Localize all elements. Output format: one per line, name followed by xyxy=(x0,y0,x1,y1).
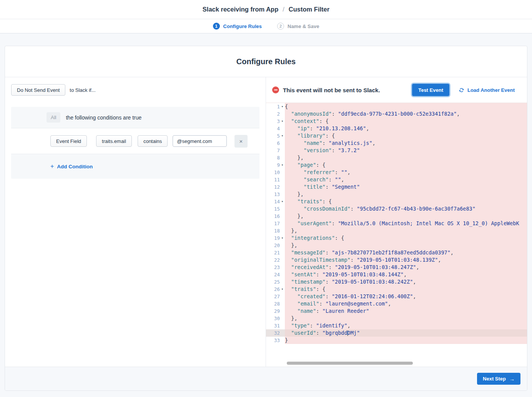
editor-line[interactable]: 11▾ "search": "", xyxy=(266,176,527,183)
line-number: 28 xyxy=(274,301,280,307)
line-number: 20 xyxy=(274,243,280,248)
plus-icon: + xyxy=(50,163,54,170)
line-number: 2 xyxy=(277,111,280,117)
fold-toggle-icon[interactable]: ▾ xyxy=(280,103,285,110)
breadcrumb-current: Custom Filter xyxy=(289,6,329,13)
editor-line[interactable]: 12▾ "title": "Segment" xyxy=(266,183,527,191)
code-text: }, xyxy=(285,213,527,220)
rules-panel: Do Not Send Event to Slack if... All the… xyxy=(5,77,266,367)
add-condition-label: Add Condition xyxy=(57,164,93,169)
editor-line[interactable]: 26▾ "traits": { xyxy=(266,286,527,293)
editor-line[interactable]: 21▾ "messageId": "ajs-7b8270771eb2f1f8a8… xyxy=(266,249,527,256)
editor-line[interactable]: 9▾ "page": { xyxy=(266,161,527,169)
code-text: "title": "Segment" xyxy=(285,183,527,191)
step-2-badge: 2 xyxy=(277,23,284,30)
code-text: "receivedAt": "2019-05-10T01:03:48.247Z"… xyxy=(285,264,527,271)
fold-toggle-icon[interactable]: ▾ xyxy=(280,286,285,293)
value-input[interactable] xyxy=(173,135,227,147)
code-text: }, xyxy=(285,154,527,161)
editor-line[interactable]: 22▾ "originalTimestamp": "2019-05-10T01:… xyxy=(266,256,527,264)
editor-line[interactable]: 3▾ "context": { xyxy=(266,118,527,125)
line-number: 19 xyxy=(274,235,280,241)
editor-line[interactable]: 23▾ "receivedAt": "2019-05-10T01:03:48.2… xyxy=(266,264,527,271)
code-text: "sentAt": "2019-05-10T01:03:48.144Z", xyxy=(285,271,527,278)
fold-toggle-icon[interactable]: ▾ xyxy=(280,234,285,242)
operator-button[interactable]: contains xyxy=(138,135,168,147)
editor-line[interactable]: 6▾ "name": "analytics.js", xyxy=(266,140,527,147)
editor-line[interactable]: 20▾ }, xyxy=(266,242,527,249)
field-path-button[interactable]: traits.email xyxy=(96,135,132,147)
editor-line[interactable]: 2▾ "anonymousId": "ddf9ecda-977b-4231-b0… xyxy=(266,110,527,118)
add-condition-link[interactable]: + Add Condition xyxy=(50,163,93,170)
editor-gutter: 5▾ xyxy=(266,132,285,140)
code-text: "originalTimestamp": "2019-05-10T01:03:4… xyxy=(285,256,527,264)
editor-line[interactable]: 8▾ }, xyxy=(266,154,527,161)
editor-line[interactable]: 13▾ }, xyxy=(266,191,527,198)
editor-gutter: 19▾ xyxy=(266,234,285,242)
editor-line[interactable]: 30▾ }, xyxy=(266,315,527,322)
line-number: 14 xyxy=(274,199,280,204)
code-text: "context": { xyxy=(285,118,527,125)
test-event-button[interactable]: Test Event xyxy=(412,84,449,96)
editor-line[interactable]: 17▾ "userAgent": "Mozilla/5.0 (Macintosh… xyxy=(266,220,527,227)
editor-line[interactable]: 19▾ "integrations": { xyxy=(266,234,527,242)
editor-line[interactable]: 33▾} xyxy=(266,337,527,344)
editor-gutter: 15▾ xyxy=(266,205,285,213)
step-name-save[interactable]: 2 Name & Save xyxy=(277,23,319,30)
field-type-button[interactable]: Event Field xyxy=(50,135,87,147)
line-number: 32 xyxy=(274,330,280,336)
editor-line[interactable]: 16▾ }, xyxy=(266,213,527,220)
remove-condition-button[interactable]: × xyxy=(234,135,248,148)
arrow-right-icon: → xyxy=(509,376,515,382)
operator-chip[interactable]: All xyxy=(47,112,60,123)
breadcrumb: Slack receiving from App / Custom Filter xyxy=(203,6,329,13)
editor-line[interactable]: 25▾ "timestamp": "2019-05-10T01:03:48.24… xyxy=(266,278,527,286)
card-header: Configure Rules xyxy=(5,46,527,77)
json-editor[interactable]: 1▾{2▾ "anonymousId": "ddf9ecda-977b-4231… xyxy=(266,103,527,367)
event-preview-panel: This event will not be sent to Slack. Te… xyxy=(266,77,527,367)
editor-line[interactable]: 1▾{ xyxy=(266,103,527,110)
editor-line[interactable]: 18▾ }, xyxy=(266,227,527,234)
code-text: "name": "Lauren Reeder" xyxy=(285,307,527,315)
step-configure-rules[interactable]: 1 Configure Rules xyxy=(213,23,262,30)
code-text: "userId": "bgrqbddDMj" xyxy=(285,329,527,337)
action-selector-button[interactable]: Do Not Send Event xyxy=(11,84,65,96)
editor-gutter: 31▾ xyxy=(266,322,285,329)
editor-line[interactable]: 32▾ "userId": "bgrqbddDMj" xyxy=(266,329,527,337)
editor-line[interactable]: 5▾ "library": { xyxy=(266,132,527,140)
editor-line[interactable]: 24▾ "sentAt": "2019-05-10T01:03:48.144Z"… xyxy=(266,271,527,278)
code-text: }, xyxy=(285,242,527,249)
editor-line[interactable]: 10▾ "referrer": "", xyxy=(266,169,527,176)
code-text: { xyxy=(285,103,527,110)
fold-toggle-icon[interactable]: ▾ xyxy=(280,198,285,205)
horizontal-scrollbar-thumb[interactable] xyxy=(287,362,413,365)
editor-gutter: 24▾ xyxy=(266,271,285,278)
next-step-label: Next Step xyxy=(483,376,506,382)
fold-toggle-icon[interactable]: ▾ xyxy=(280,118,285,125)
card-footer: Next Step → xyxy=(5,367,527,390)
editor-gutter: 18▾ xyxy=(266,227,285,234)
editor-line[interactable]: 29▾ "name": "Lauren Reeder" xyxy=(266,307,527,315)
code-text: "traits": { xyxy=(285,198,527,205)
fold-toggle-icon[interactable]: ▾ xyxy=(280,161,285,169)
load-another-event-link[interactable]: Load Another Event xyxy=(459,87,515,93)
editor-line[interactable]: 7▾ "version": "3.7.2" xyxy=(266,147,527,154)
code-text: "page": { xyxy=(285,161,527,169)
editor-line[interactable]: 31▾ "type": "identify", xyxy=(266,322,527,329)
next-step-button[interactable]: Next Step → xyxy=(477,373,520,385)
group-description: the following conditions are true xyxy=(66,115,141,121)
editor-line[interactable]: 28▾ "email": "lauren@segment.com", xyxy=(266,300,527,307)
breadcrumb-source-link[interactable]: Slack receiving from App xyxy=(203,6,278,13)
editor-line[interactable]: 27▾ "created": "2016-01-12T02:24:06.400Z… xyxy=(266,293,527,300)
editor-line[interactable]: 15▾ "crossDomainId": "95cbdd72-fc67-4b43… xyxy=(266,205,527,213)
editor-line[interactable]: 4▾ "ip": "210.13.208.146", xyxy=(266,125,527,132)
fold-toggle-icon[interactable]: ▾ xyxy=(280,132,285,140)
code-text: "integrations": { xyxy=(285,234,527,242)
page-title: Configure Rules xyxy=(236,57,296,66)
line-number: 33 xyxy=(274,337,280,343)
line-number: 17 xyxy=(274,221,280,226)
line-number: 27 xyxy=(274,294,280,299)
editor-line[interactable]: 14▾ "traits": { xyxy=(266,198,527,205)
line-number: 31 xyxy=(274,323,280,329)
line-number: 7 xyxy=(277,148,280,153)
